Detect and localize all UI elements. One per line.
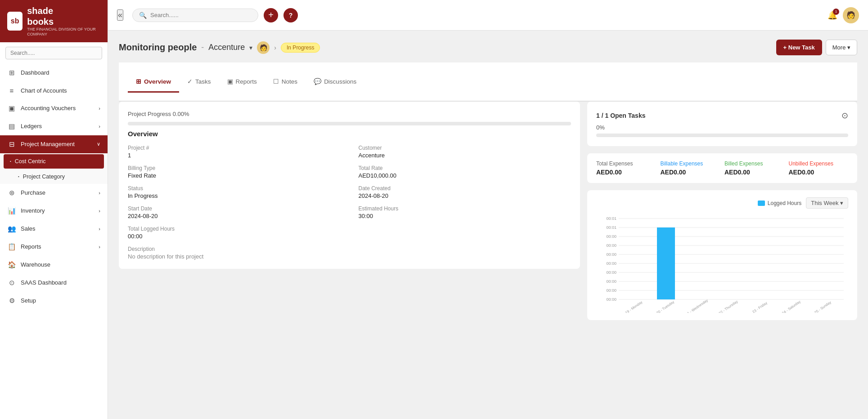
tab-reports[interactable]: ▣ Reports (219, 71, 265, 93)
tab-discussions[interactable]: 💬 Discussions (306, 71, 364, 93)
field-value: Accenture (359, 152, 571, 159)
expense-label: Billable Expenses (661, 160, 720, 167)
chevron-icon: › (99, 226, 100, 232)
reports-tab-icon: ▣ (227, 78, 233, 85)
sidebar-item-label: Warehouse (21, 261, 50, 268)
page-title: Monitoring people (119, 42, 197, 53)
expense-label: Unbilled Expenses (789, 160, 849, 167)
tab-overview[interactable]: ⊞ Overview (128, 71, 179, 93)
chevron-icon: › (99, 244, 100, 250)
sidebar-subitem-cost-centric[interactable]: • Cost Centric (4, 154, 104, 169)
dashboard-icon: ⊞ (7, 69, 16, 77)
svg-text:20 - Tuesday: 20 - Tuesday (656, 300, 675, 313)
sidebar-search-area[interactable] (0, 42, 108, 64)
field-label: Status (128, 185, 341, 192)
chart-legend: Logged Hours (758, 200, 801, 206)
svg-text:00:00: 00:00 (606, 288, 616, 293)
sidebar-item-warehouse[interactable]: 🏠 Warehouse (0, 256, 108, 274)
notification-button[interactable]: 🔔 1 (828, 10, 837, 20)
expenses-card: Total Expenses AED0.00 Billable Expenses… (587, 153, 857, 183)
sales-icon: 👥 (7, 225, 16, 233)
chevron-icon: › (99, 124, 100, 129)
accounting-vouchers-icon: ▣ (7, 104, 16, 112)
add-button[interactable]: + (264, 8, 278, 22)
field-date-created: Date Created 2024-08-20 (359, 185, 571, 199)
sidebar-item-reports[interactable]: 📋 Reports › (0, 238, 108, 256)
sidebar-item-project-management[interactable]: ⊟ Project Management ∨ (0, 135, 108, 153)
logo-name: shadebooks THE FINANCIAL DIVISION OF YOU… (27, 5, 100, 37)
overview-tab-icon: ⊞ (136, 78, 141, 85)
check-circle-icon: ⊙ (841, 111, 848, 120)
field-value: 30:00 (359, 213, 571, 219)
sidebar-search-input[interactable] (5, 47, 102, 59)
sidebar-item-sales[interactable]: 👥 Sales › (0, 220, 108, 238)
back-button[interactable]: « (117, 9, 123, 21)
sidebar-item-label: Sales (21, 225, 36, 232)
billed-expenses: Billed Expenses AED0.00 (724, 160, 784, 176)
saas-icon: ⊙ (7, 279, 16, 287)
svg-text:23 - Friday: 23 - Friday (751, 301, 768, 313)
field-label: Total Logged Hours (128, 226, 571, 232)
open-tasks-title: 1 / 1 Open Tasks (596, 112, 645, 119)
field-description: Description No description for this proj… (128, 246, 571, 260)
sidebar-item-inventory[interactable]: 📊 Inventory › (0, 202, 108, 220)
warehouse-icon: 🏠 (7, 261, 16, 269)
sidebar-item-label: Ledgers (21, 123, 42, 129)
company-dropdown-button[interactable]: ▾ (249, 44, 252, 51)
field-status: Status In Progress (128, 185, 341, 199)
field-label: Date Created (359, 185, 571, 192)
svg-text:00:00: 00:00 (606, 252, 616, 257)
legend-color-box (758, 201, 765, 206)
field-label: Project # (128, 145, 341, 151)
content-area: Project Progress 0.00% Overview Project … (119, 102, 857, 320)
notes-tab-icon: ☐ (273, 78, 279, 85)
user-avatar[interactable]: 🧑 (843, 7, 859, 23)
sidebar-subitem-project-category[interactable]: • Project Category (0, 169, 108, 184)
search-icon: 🔍 (139, 12, 147, 19)
page-header: Monitoring people - Accenture ▾ 🧑 › In P… (119, 40, 857, 55)
billable-expenses: Billable Expenses AED0.00 (661, 160, 720, 176)
sidebar-item-ledgers[interactable]: ▤ Ledgers › (0, 117, 108, 135)
expense-value: AED0.00 (661, 169, 720, 176)
help-button[interactable]: ? (283, 8, 298, 22)
svg-rect-21 (657, 227, 675, 299)
sidebar-item-dashboard[interactable]: ⊞ Dashboard (0, 64, 108, 82)
topbar: « 🔍 + ? 🔔 1 🧑 (108, 0, 868, 31)
chart-header: Logged Hours This Week ▾ (596, 197, 848, 209)
field-value: AED10,000.00 (359, 172, 571, 179)
sidebar-item-accounting-vouchers[interactable]: ▣ Accounting Vouchers › (0, 99, 108, 117)
sidebar-item-chart-of-accounts[interactable]: ≡ Chart of Accounts (0, 82, 108, 99)
sidebar-item-label: Setup (21, 297, 36, 304)
sidebar-item-label: SAAS Dashboard (21, 279, 67, 286)
week-selector[interactable]: This Week ▾ (806, 197, 848, 209)
sidebar-item-purchase[interactable]: ⊛ Purchase › (0, 184, 108, 202)
new-task-button[interactable]: + New Task (776, 40, 822, 55)
tab-notes[interactable]: ☐ Notes (265, 71, 306, 93)
sidebar-item-label: Dashboard (21, 69, 49, 76)
svg-text:21 - Wednesday: 21 - Wednesday (685, 299, 709, 313)
sidebar-item-setup[interactable]: ⚙ Setup (0, 292, 108, 310)
svg-text:00:00: 00:00 (606, 234, 616, 239)
overview-section-title: Overview (128, 130, 571, 138)
total-expenses: Total Expenses AED0.00 (596, 160, 656, 176)
field-label: Estimated Hours (359, 205, 571, 212)
inventory-icon: 📊 (7, 207, 16, 215)
page: Monitoring people - Accenture ▾ 🧑 › In P… (108, 31, 868, 419)
expense-value: AED0.00 (789, 169, 849, 176)
main-content: « 🔍 + ? 🔔 1 🧑 Monitoring people - Accent… (108, 0, 868, 419)
field-project-num: Project # 1 (128, 145, 341, 159)
tasks-progress-bar (596, 134, 848, 137)
svg-text:00:00: 00:00 (606, 270, 616, 275)
field-value: In Progress (128, 192, 341, 199)
topbar-search-input[interactable] (150, 12, 240, 18)
field-total-logged: Total Logged Hours 00:00 (128, 226, 571, 240)
project-management-icon: ⊟ (7, 140, 16, 148)
more-button[interactable]: More ▾ (826, 40, 857, 55)
svg-text:25 - Sunday: 25 - Sunday (814, 300, 832, 313)
sidebar-item-saas-dashboard[interactable]: ⊙ SAAS Dashboard (0, 274, 108, 292)
tab-tasks[interactable]: ✓ Tasks (179, 71, 219, 93)
chart-svg: 00:01 00:01 00:00 00:00 00:00 00:00 00:0… (596, 214, 848, 313)
chevron-icon: › (99, 208, 100, 214)
search-bar[interactable]: 🔍 (132, 9, 258, 22)
logo-area: sb shadebooks THE FINANCIAL DIVISION OF … (0, 0, 108, 42)
